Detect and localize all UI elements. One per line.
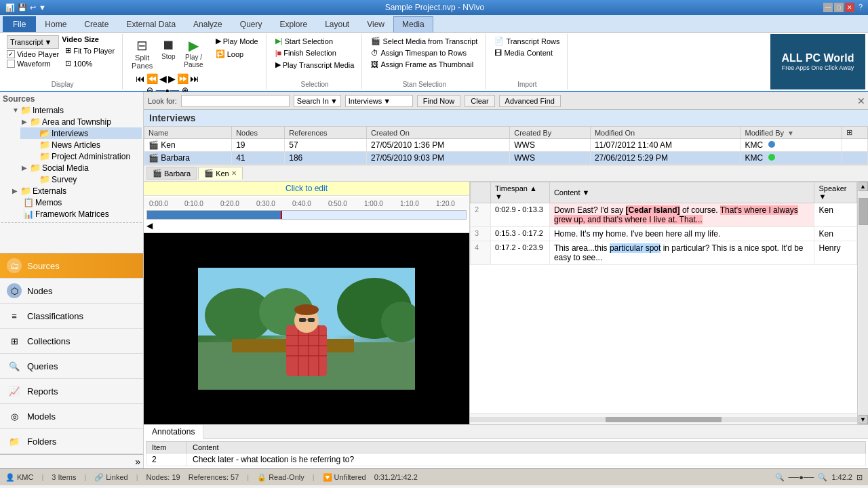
nav-sources[interactable]: 🗂 Sources <box>0 253 143 279</box>
assign-timespan-button[interactable]: ⏱ Assign Timespan to Rows <box>368 47 481 58</box>
transcript-scroll[interactable]: Timespan ▲ ▼ Content ▼ Speaker <box>470 182 857 413</box>
nav-queries[interactable]: 🔍 Queries <box>0 354 143 379</box>
nav-folders[interactable]: 📁 Folders <box>0 429 143 454</box>
tree-interviews[interactable]: 📂 Interviews <box>20 127 142 139</box>
play-transcript-media-button[interactable]: ▶ Play Transcript Media <box>272 59 358 70</box>
nav-models[interactable]: ◎ Models <box>0 404 143 429</box>
speaker-filter[interactable]: ▼ <box>818 192 826 201</box>
fast-forward[interactable]: ⏩ <box>177 73 189 84</box>
tab-analyze[interactable]: Analyze <box>184 16 231 32</box>
nav-classifications[interactable]: ≡ Classifications <box>0 304 143 329</box>
h-scrollbar-thumb[interactable] <box>606 417 722 422</box>
nav-reports[interactable]: 📈 Reports <box>0 379 143 404</box>
fit-window-icon[interactable]: ⊡ <box>856 473 863 482</box>
transcript-rows-button[interactable]: 📄 Transcript Rows <box>491 35 563 47</box>
rewind-to-start[interactable]: ⏮ <box>136 73 145 84</box>
transcript-row-3[interactable]: 3 0:15.3 - 0:17.2 Home. It's my home. I'… <box>471 227 857 241</box>
content-filter[interactable]: ▼ <box>583 188 590 197</box>
table-row-ken[interactable]: 🎬 Ken 19 57 27/05/2010 1:36 PM WWS 11/07… <box>144 139 868 152</box>
help-icon[interactable]: ? <box>859 3 863 12</box>
quick-access-save[interactable]: 💾 <box>18 3 27 12</box>
tree-externals[interactable]: ▶ 📁 Externals <box>11 185 142 197</box>
quick-access-undo[interactable]: ↩ <box>30 3 36 12</box>
vertical-scrollbar[interactable]: ▲ ▼ <box>857 182 868 424</box>
quick-access-more[interactable]: ▼ <box>39 3 46 12</box>
media-content-button[interactable]: 🎞 Media Content <box>491 47 563 58</box>
advanced-find-button[interactable]: Advanced Find <box>499 95 561 107</box>
click-to-edit-banner[interactable]: Click to edit <box>144 182 469 196</box>
search-close-button[interactable]: ✕ <box>857 96 865 106</box>
expand-icon[interactable]: » <box>132 455 143 468</box>
select-media-from-transcript-button[interactable]: 🎬 Select Media from Transcript <box>368 35 481 47</box>
timeline-track[interactable] <box>146 210 467 220</box>
play-mode-button[interactable]: ▶ Play Mode <box>212 35 262 47</box>
tab-file[interactable]: File <box>3 16 36 32</box>
annotation-row-1[interactable]: 2 Check later - what location is he refe… <box>146 453 866 466</box>
scroll-down-btn[interactable]: ▼ <box>859 415 868 424</box>
tree-area-township[interactable]: ▶ 📁 Area and Township <box>20 116 142 127</box>
video-player-checkbox[interactable]: ✓ <box>7 50 15 58</box>
play-pause-button[interactable]: ▶ Play / Pause <box>180 35 206 72</box>
zoom-in-icon[interactable]: 🔍 <box>818 473 827 482</box>
step-forward[interactable]: ▶ <box>168 73 176 84</box>
zoom-slider[interactable]: ──●── <box>789 473 814 481</box>
tree-social-media[interactable]: ▶ 📁 Social Media <box>20 162 142 174</box>
transcript-row-2[interactable]: 2 0:02.9 - 0:13.3 Down East? I'd say [Ce… <box>471 203 857 227</box>
sidebar-expand-btn[interactable]: » <box>0 454 143 468</box>
tab-external-data[interactable]: External Data <box>117 16 184 32</box>
annotations-tab[interactable]: Annotations <box>144 425 203 439</box>
timespan-filter[interactable]: ▼ <box>495 192 502 201</box>
tree-news-articles[interactable]: 📁 News Articles <box>20 139 142 150</box>
tree-survey[interactable]: 📁 Survey <box>20 174 142 185</box>
h-scrollbar[interactable] <box>470 417 857 422</box>
look-for-label: Look for: <box>148 97 177 105</box>
tab-query[interactable]: Query <box>231 16 271 32</box>
timespan-sort[interactable]: ▲ <box>530 184 537 192</box>
close-button[interactable]: ✕ <box>845 3 854 12</box>
transcript-dropdown[interactable]: Transcript ▼ <box>7 35 59 49</box>
minimize-button[interactable]: — <box>823 3 833 12</box>
tab-home[interactable]: Home <box>36 16 75 32</box>
tab-media[interactable]: Media <box>393 16 433 33</box>
tab-layout[interactable]: Layout <box>316 16 358 32</box>
tab-explore[interactable]: Explore <box>271 16 316 32</box>
ken-tab[interactable]: 🎬 Ken ✕ <box>198 167 243 180</box>
fast-forward-end[interactable]: ⏭ <box>190 73 199 84</box>
interviews-dropdown[interactable]: Interviews ▼ <box>345 95 413 107</box>
transcript-row-4[interactable]: 4 0:17.2 - 0:23.9 This area...this parti… <box>471 241 857 265</box>
nav-collections[interactable]: ⊞ Collections <box>0 329 143 354</box>
loop-button[interactable]: 🔁 Loop <box>212 48 262 60</box>
tree-project-admin[interactable]: 📁 Project Administration <box>20 150 142 162</box>
finish-selection-button[interactable]: |■ Finish Selection <box>272 47 358 58</box>
barbara-tab[interactable]: 🎬 Barbara <box>146 167 197 180</box>
nav-nodes[interactable]: ⬡ Nodes <box>0 279 143 304</box>
tree-framework-matrices[interactable]: 📊 Framework Matrices <box>11 208 142 220</box>
reports-nav-label: Reports <box>27 386 58 396</box>
video-player-label: Video Player <box>17 50 59 58</box>
waveform-checkbox[interactable] <box>7 60 15 68</box>
maximize-button[interactable]: □ <box>834 3 844 12</box>
search-in-dropdown[interactable]: Search In ▼ <box>294 95 341 107</box>
split-panes-button[interactable]: ⊟ Split Panes <box>128 35 156 72</box>
ken-tab-close[interactable]: ✕ <box>231 169 237 177</box>
tab-create[interactable]: Create <box>75 16 117 32</box>
find-now-button[interactable]: Find Now <box>417 95 460 107</box>
zoom-out-icon[interactable]: 🔍 <box>775 473 785 482</box>
transcript-scroll-bar[interactable] <box>470 413 857 424</box>
table-row-barbara[interactable]: 🎬 Barbara 41 186 27/05/2010 9:03 PM WWS … <box>144 152 868 165</box>
search-input[interactable] <box>181 95 290 107</box>
clear-button[interactable]: Clear <box>465 95 494 107</box>
step-back[interactable]: ◀ <box>159 73 167 84</box>
tree-internals[interactable]: ▼ 📁 Internals <box>11 104 142 116</box>
assign-frame-button[interactable]: 🖼 Assign Frame as Thumbnail <box>368 59 481 70</box>
fit-to-player-button[interactable]: ⊞ Fit To Player <box>62 45 118 56</box>
rewind[interactable]: ⏪ <box>146 73 158 84</box>
stop-button[interactable]: ⏹ Stop <box>157 35 179 72</box>
tab-view[interactable]: View <box>358 16 393 32</box>
tree-memos[interactable]: 📋 Memos <box>11 197 142 208</box>
start-selection-button[interactable]: ▶| Start Selection <box>272 35 358 47</box>
scroll-thumb[interactable] <box>859 198 868 225</box>
percent-100-button[interactable]: ⊡ 100% <box>62 58 118 69</box>
scroll-up-btn[interactable]: ▲ <box>859 182 868 191</box>
scroll-left[interactable]: ◀ <box>146 221 153 230</box>
